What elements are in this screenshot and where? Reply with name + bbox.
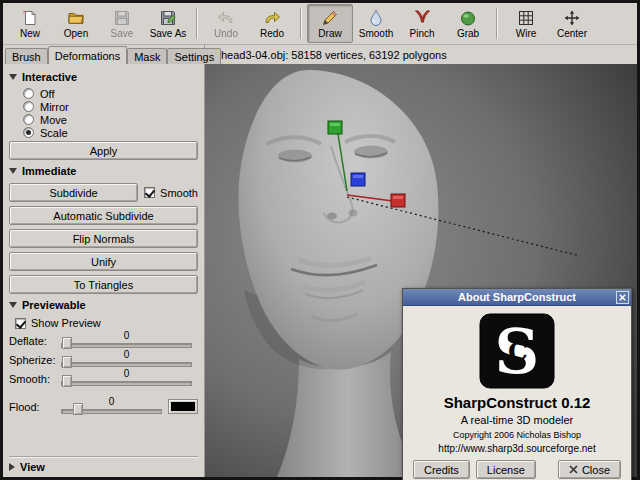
toolbar-button-save-as[interactable]: Save As (145, 4, 191, 43)
smooth-value: 0 (124, 368, 130, 379)
expander-open-icon (9, 302, 17, 308)
open-folder-icon (67, 9, 85, 28)
toolbar-separator (196, 8, 198, 39)
toolbar-button-redo[interactable]: Redo (249, 4, 295, 43)
toolbar-button-wire[interactable]: Wire (503, 4, 549, 43)
radio-button-icon (23, 114, 34, 125)
toolbar-button-undo[interactable]: Undo (203, 4, 249, 43)
slider-trough[interactable] (61, 343, 192, 348)
droplet-icon (367, 9, 385, 28)
checkbox-icon (15, 318, 26, 329)
slider-handle[interactable] (62, 337, 72, 349)
slider-handle[interactable] (62, 356, 72, 368)
dialog-close-button[interactable] (616, 291, 629, 304)
undo-arrow-icon (217, 9, 235, 28)
toolbar-label-save-as: Save As (150, 28, 187, 39)
app-name: SharpConstruct 0.12 (444, 394, 591, 411)
main-toolbar: New Open Save Save As Undo Redo Draw (3, 3, 637, 45)
dialog-titlebar[interactable]: About SharpConstruct (403, 289, 631, 306)
interactive-expander[interactable]: Interactive (9, 71, 198, 83)
unify-button[interactable]: Unify (9, 252, 198, 271)
immediate-expander[interactable]: Immediate (9, 165, 198, 177)
subdivide-button[interactable]: Subdivide (9, 183, 138, 202)
close-button-label: Close (582, 464, 610, 476)
show-preview-checkbox[interactable]: Show Preview (9, 315, 198, 331)
toolbar-button-center[interactable]: Center (549, 4, 595, 43)
radio-scale[interactable]: Scale (9, 126, 198, 139)
spherize-slider[interactable]: 0 (61, 351, 192, 368)
interactive-header-label: Interactive (22, 71, 77, 83)
tab-deformations[interactable]: Deformations (48, 46, 127, 64)
toolbar-button-pinch[interactable]: Pinch (399, 4, 445, 43)
tab-brush-label: Brush (12, 51, 41, 63)
slider-handle[interactable] (73, 403, 83, 415)
app-url: http://www.sharp3d.sourceforge.net (438, 443, 595, 454)
manipulator-handle-red[interactable] (391, 194, 405, 207)
toolbar-separator (300, 8, 302, 39)
toolbar-label-new: New (20, 28, 40, 39)
view-expander[interactable]: View (9, 461, 198, 473)
flip-normals-button[interactable]: Flip Normals (9, 229, 198, 248)
spherize-label: Spherize: (9, 354, 61, 366)
radio-off-label: Off (40, 88, 54, 100)
save-as-floppy-icon (159, 9, 177, 28)
slider-trough[interactable] (61, 362, 192, 367)
pencil-icon (321, 9, 339, 28)
tab-mask-label: Mask (134, 51, 160, 63)
spherize-value: 0 (124, 349, 130, 360)
dialog-button-row: Credits License Close (413, 460, 621, 479)
toolbar-separator (496, 8, 498, 39)
radio-button-icon (23, 88, 34, 99)
close-button[interactable]: Close (558, 460, 621, 479)
license-button[interactable]: License (476, 460, 536, 479)
toolbar-button-grab[interactable]: Grab (445, 4, 491, 43)
toolbar-button-new[interactable]: New (7, 4, 53, 43)
smooth-slider[interactable]: 0 (61, 370, 192, 387)
tab-mask[interactable]: Mask (127, 48, 167, 64)
about-dialog: About SharpConstruct S C SharpConstruct … (402, 288, 632, 480)
pinch-tongs-icon (413, 9, 431, 28)
toolbar-button-open[interactable]: Open (53, 4, 99, 43)
app-copyright: Copyright 2006 Nicholas Bishop (453, 430, 581, 440)
credits-button[interactable]: Credits (413, 460, 470, 479)
deflate-slider[interactable]: 0 (61, 332, 192, 349)
redo-arrow-icon (263, 9, 281, 28)
deflate-slider-row: Deflate: 0 (9, 332, 198, 349)
sharpconstruct-logo: S C (478, 312, 556, 390)
status-strip: head3-04.obj: 58158 vertices, 63192 poly… (205, 45, 637, 64)
smooth-subdivide-checkbox[interactable]: Smooth (144, 187, 198, 199)
toolbar-label-draw: Draw (318, 28, 341, 39)
toolbar-label-save: Save (111, 28, 134, 39)
toolbar-button-smooth[interactable]: Smooth (353, 4, 399, 43)
license-button-label: License (487, 464, 525, 476)
radio-off[interactable]: Off (9, 87, 198, 100)
smooth-checkbox-label: Smooth (160, 187, 198, 199)
slider-trough[interactable] (61, 381, 192, 386)
automatic-subdivide-button[interactable]: Automatic Subdivide (9, 206, 198, 225)
expander-closed-icon (9, 463, 15, 471)
to-triangles-button[interactable]: To Triangles (9, 275, 198, 294)
tabrow: Brush Deformations Mask Settings head3-0… (3, 45, 637, 64)
toolbar-button-draw[interactable]: Draw (307, 4, 353, 43)
radio-mirror[interactable]: Mirror (9, 100, 198, 113)
toolbar-label-smooth: Smooth (359, 28, 393, 39)
flood-color-button[interactable] (168, 399, 198, 414)
radio-mirror-label: Mirror (40, 101, 69, 113)
close-icon (619, 294, 626, 301)
panel-tabs: Brush Deformations Mask Settings (3, 45, 205, 64)
radio-move[interactable]: Move (9, 113, 198, 126)
toolbar-label-open: Open (64, 28, 88, 39)
flood-slider[interactable]: 0 (61, 398, 162, 415)
slider-handle[interactable] (62, 375, 72, 387)
tab-brush[interactable]: Brush (5, 48, 48, 64)
show-preview-label: Show Preview (31, 317, 101, 329)
flood-slider-row: Flood: 0 (9, 398, 198, 415)
apply-button[interactable]: Apply (9, 141, 198, 160)
previewable-expander[interactable]: Previewable (9, 299, 198, 311)
flood-color-swatch (171, 402, 195, 411)
dialog-body: S C SharpConstruct 0.12 A real-time 3D m… (403, 306, 631, 480)
toolbar-button-save[interactable]: Save (99, 4, 145, 43)
deflate-label: Deflate: (9, 335, 61, 347)
manipulator-handle-green[interactable] (328, 121, 342, 134)
manipulator-handle-blue[interactable] (351, 173, 365, 186)
